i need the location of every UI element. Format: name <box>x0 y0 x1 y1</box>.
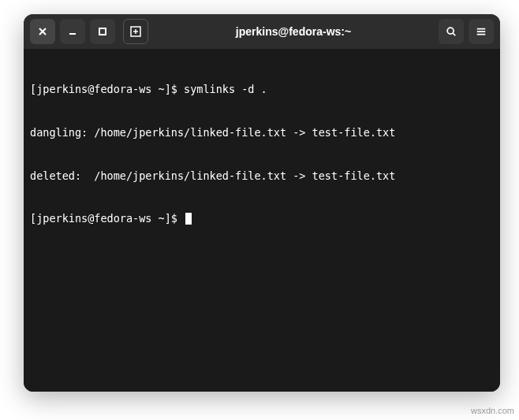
minimize-button[interactable] <box>60 19 85 44</box>
command-text: symlinks -d . <box>184 83 267 95</box>
new-tab-icon <box>129 25 142 38</box>
new-tab-button[interactable] <box>123 19 148 44</box>
maximize-button[interactable] <box>90 19 115 44</box>
terminal-line: [jperkins@fedora-ws ~]$ <box>30 211 494 225</box>
terminal-line: deleted: /home/jperkins/linked-file.txt … <box>30 169 494 183</box>
hamburger-icon <box>476 26 487 37</box>
svg-point-2 <box>447 28 454 34</box>
terminal-line: [jperkins@fedora-ws ~]$ symlinks -d . <box>30 82 494 96</box>
search-icon <box>446 26 457 37</box>
terminal-body[interactable]: [jperkins@fedora-ws ~]$ symlinks -d . da… <box>24 49 500 392</box>
close-icon <box>37 26 48 37</box>
search-button[interactable] <box>439 19 464 44</box>
menu-button[interactable] <box>469 19 494 44</box>
prompt: [jperkins@fedora-ws ~]$ <box>30 83 184 95</box>
svg-rect-0 <box>99 28 106 35</box>
watermark: wsxdn.com <box>471 406 514 415</box>
minimize-icon <box>67 26 78 37</box>
prompt: [jperkins@fedora-ws ~]$ <box>30 212 184 225</box>
cursor <box>185 213 192 225</box>
titlebar: jperkins@fedora-ws:~ <box>24 14 500 49</box>
window-title: jperkins@fedora-ws:~ <box>153 25 434 38</box>
titlebar-right-controls <box>439 19 494 44</box>
terminal-line: dangling: /home/jperkins/linked-file.txt… <box>30 125 494 139</box>
terminal-window: jperkins@fedora-ws:~ [jperkins@fedora-ws… <box>24 14 500 392</box>
close-button[interactable] <box>30 19 55 44</box>
maximize-icon <box>97 26 108 37</box>
